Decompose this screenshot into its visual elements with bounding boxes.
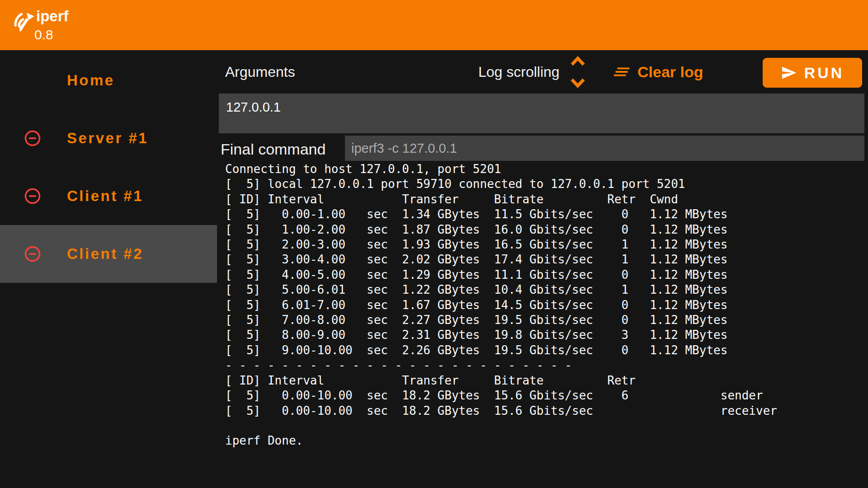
clear-all-icon <box>611 61 632 82</box>
sidebar-item-client-1[interactable]: Client #1 <box>0 167 217 225</box>
iperf-app-window: { "app": { "title": "iperf", "version": … <box>0 0 868 488</box>
sidebar-item-label: Client #2 <box>67 245 143 263</box>
app-title: iperf <box>36 8 69 25</box>
arguments-input[interactable]: 127.0.0.1 <box>219 94 864 133</box>
sidebar-item-label: Server #1 <box>67 130 148 147</box>
sidebar-item-label: Home <box>67 72 115 89</box>
remove-circle-icon[interactable] <box>24 245 42 263</box>
final-command-label: Final command <box>221 141 326 158</box>
log-output[interactable]: Connecting to host 127.0.0.1, port 5201 … <box>222 162 864 469</box>
run-button-label: RUN <box>804 64 844 82</box>
sidebar-item-server-1[interactable]: Server #1 <box>0 109 217 167</box>
send-icon <box>781 65 797 81</box>
chevron-up-icon[interactable] <box>570 56 585 67</box>
sidebar-item-client-2[interactable]: Client #2 <box>0 225 217 283</box>
sidebar: Home Server #1 Client #1 Client #2 <box>0 50 217 488</box>
app-version: 0.8 <box>34 27 53 42</box>
log-text: Connecting to host 127.0.0.1, port 5201 … <box>222 162 864 449</box>
sidebar-item-home[interactable]: Home <box>0 52 217 109</box>
arguments-label: Arguments <box>225 64 295 80</box>
final-command-input[interactable] <box>345 136 864 161</box>
clear-log-button[interactable]: Clear log <box>611 56 703 88</box>
clear-log-label: Clear log <box>637 63 703 81</box>
chevron-down-icon[interactable] <box>570 77 585 88</box>
remove-circle-icon[interactable] <box>24 129 42 147</box>
run-button[interactable]: RUN <box>763 58 862 88</box>
header-bar: iperf 0.8 <box>0 0 868 50</box>
remove-circle-icon[interactable] <box>24 187 42 205</box>
sidebar-item-label: Client #1 <box>67 188 143 205</box>
log-scrolling-label: Log scrolling <box>478 64 560 80</box>
wifi-gauge-icon <box>14 11 35 33</box>
